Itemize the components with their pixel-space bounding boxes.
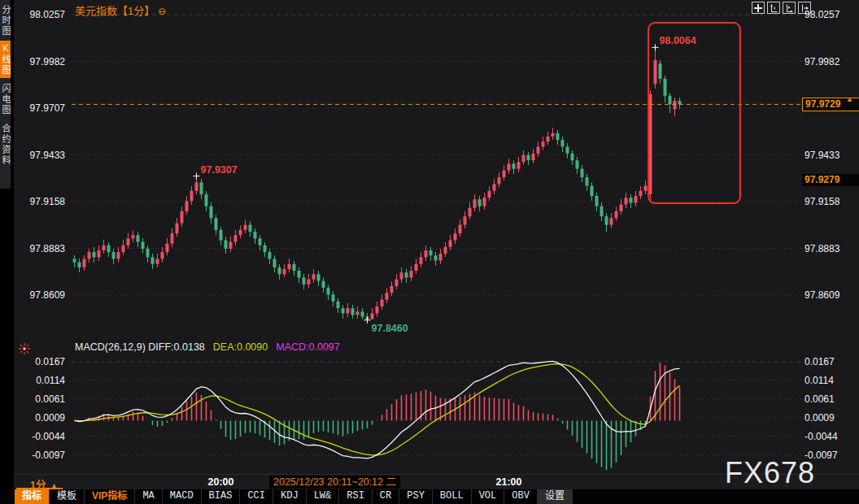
candle-body [117,252,120,259]
macd-axis-label: 0.0114 [804,374,858,387]
candle-body [200,182,203,194]
candle-body [312,274,316,279]
candle-body [512,163,516,168]
toolbar-item-MACD[interactable]: MACD [163,489,202,504]
price-macd-plot[interactable] [0,0,859,489]
candle-body [244,225,247,230]
candle-body [381,300,384,306]
toolbar-item-MA[interactable]: MA [135,489,162,504]
candle-body [132,235,135,238]
candle-body [176,224,179,234]
toolbar-item-VIP指标[interactable]: VIP指标 [85,489,135,504]
price-axis-label: 97.9433 [804,149,858,162]
candle-body [415,264,418,271]
macd-axis-label: -0.0044 [804,430,858,443]
dea-line [75,364,680,455]
candle-body [298,271,301,277]
candle-body [547,137,550,141]
candle-body [283,269,286,274]
candle-body [249,225,252,232]
candle-body [493,184,496,190]
candle-body [278,267,281,274]
candle-body [303,277,306,284]
candle-body [664,79,667,96]
price-axis-label: 97.8883 [7,242,65,255]
candle-body [88,252,91,259]
pan-icon[interactable] [752,2,765,14]
candle-body [268,252,272,259]
macd-axis-label: -0.0097 [7,449,65,462]
candle-body [351,308,355,315]
toolbar-item-设置[interactable]: 设置 [538,489,573,504]
toolbar-item-KDJ[interactable]: KDJ [273,489,307,504]
price-axis-label: 98.0257 [804,8,858,21]
candle-body [195,182,198,190]
diff-line [75,361,680,458]
candle-body [400,272,403,279]
collapse-icon[interactable]: ⊖ [158,6,166,17]
price-axis-label: 97.8609 [804,289,858,302]
toolbar-item-CCI[interactable]: CCI [240,489,273,504]
macd-params: MACD(26,12,9) [75,341,146,353]
macd-axis-label: 0.0009 [7,411,65,424]
toolbar-item-指标[interactable]: 指标 [15,489,50,504]
macd-header: MACD(26,12,9) DIFF:0.0138DEA:0.0090MACD:… [75,341,340,353]
candle-body [122,245,125,252]
candle-body [581,169,584,177]
candle-body [571,154,574,160]
macd-macd-value: MACD:0.0097 [276,341,340,353]
toolbar-item-OBV[interactable]: OBV [504,489,538,504]
candle-body [386,293,389,299]
toolbar-item-RSI[interactable]: RSI [339,489,373,504]
candle-body [254,232,257,238]
candle-body [356,311,360,315]
candle-body [430,250,433,255]
x-axis-scale-icon[interactable] [783,2,796,14]
y-axis-scale-icon[interactable] [767,2,780,14]
toolbar-item-VOL[interactable]: VOL [472,489,505,504]
candle-body [102,245,106,250]
toolbar-item-LW&[interactable]: LW& [307,489,340,504]
candle-body [522,155,525,162]
candle-body [591,186,594,197]
candle-body [527,155,530,160]
candle-body [659,63,662,79]
price-axis-label: 97.9707 [7,102,65,115]
candle-body [503,171,506,177]
candle-body [595,196,599,206]
price-annotation: 98.0064 [660,35,696,46]
candle-body [625,198,628,204]
candle-body [561,140,565,146]
chart-toolbar-icons [752,2,811,14]
sidebar-tab-4[interactable]: 合约资料 [0,120,11,169]
candle-body [156,259,159,263]
candle-body [347,308,350,313]
candle-body [181,211,184,224]
candle-body [146,249,150,257]
candle-body [537,146,540,153]
candle-body [190,191,194,202]
chart-title: 美元指数【1分】⊖ [75,2,166,18]
candle-body [478,199,482,206]
candle-body [166,244,169,252]
macd-alert-icon[interactable] [19,343,30,354]
macd-axis-label: 0.0009 [804,411,858,424]
toolbar-item-模板[interactable]: 模板 [50,489,85,504]
candle-body [78,263,81,267]
candle-body [185,201,189,211]
candle-body [171,233,174,244]
toolbar-item-CR[interactable]: CR [373,489,399,504]
candle-body [498,177,501,184]
toolbar-item-BIAS[interactable]: BIAS [202,489,241,504]
toolbar-item-BOLL[interactable]: BOLL [433,489,472,504]
candle-body [161,252,164,259]
candle-body [215,218,218,230]
candle-body [317,274,320,280]
toolbar-item-PSY[interactable]: PSY [399,489,433,504]
candle-body [273,259,277,267]
candle-body [327,288,330,294]
indicator-toolbar: 指标模板VIP指标MAMACDBIASCCIKDJLW&RSICRPSYBOLL… [0,489,859,504]
candle-body [556,133,560,140]
candle-body [395,280,399,286]
candle-body [576,160,579,168]
